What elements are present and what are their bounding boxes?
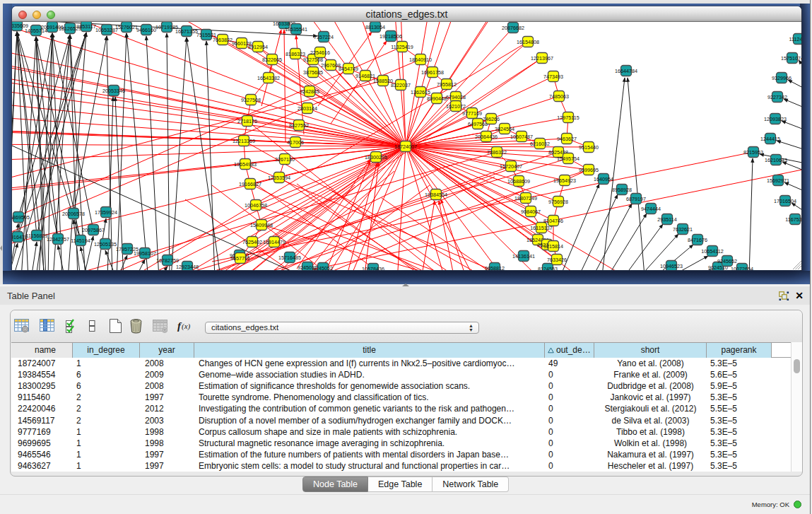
svg-text:20206578: 20206578 <box>62 211 85 217</box>
svg-text:16671355: 16671355 <box>175 28 198 35</box>
svg-text:8322037: 8322037 <box>391 82 411 88</box>
svg-text:7386322: 7386322 <box>487 149 507 156</box>
svg-text:9084067: 9084067 <box>521 209 541 215</box>
svg-text:14136141: 14136141 <box>512 253 535 259</box>
svg-text:8471676: 8471676 <box>688 237 707 243</box>
svg-text:7955812: 7955812 <box>437 81 457 88</box>
svg-text:6216032: 6216032 <box>530 141 550 147</box>
svg-text:20364436: 20364436 <box>475 134 498 140</box>
svg-text:1621072: 1621072 <box>446 103 466 110</box>
svg-text:9466160: 9466160 <box>136 27 156 33</box>
svg-text:18535541: 18535541 <box>285 26 307 33</box>
svg-text:12213369: 12213369 <box>233 138 255 144</box>
svg-text:9658812: 9658812 <box>485 265 505 271</box>
svg-text:15692971: 15692971 <box>767 177 789 184</box>
svg-text:9242845: 9242845 <box>300 88 319 95</box>
svg-text:2967608: 2967608 <box>321 62 341 69</box>
svg-text:1640954: 1640954 <box>594 176 613 182</box>
svg-text:1112403: 1112403 <box>789 36 801 42</box>
svg-text:9146821: 9146821 <box>355 73 375 79</box>
svg-text:746266: 746266 <box>483 116 500 122</box>
svg-text:12353594: 12353594 <box>268 175 290 181</box>
svg-text:16782759: 16782759 <box>156 257 179 264</box>
svg-text:(x): (x) <box>182 322 191 331</box>
svg-text:7625402: 7625402 <box>242 239 262 245</box>
svg-text:19958107: 19958107 <box>134 250 156 257</box>
svg-text:9474444: 9474444 <box>641 206 661 212</box>
svg-text:15409948: 15409948 <box>250 222 273 228</box>
svg-text:20876682: 20876682 <box>502 25 524 31</box>
svg-text:12923448: 12923448 <box>176 264 199 270</box>
svg-text:1362615: 1362615 <box>411 89 430 95</box>
svg-text:8104746: 8104746 <box>543 218 563 224</box>
svg-text:7357224: 7357224 <box>314 34 334 40</box>
svg-text:19166827: 19166827 <box>239 181 261 187</box>
svg-text:15751074: 15751074 <box>781 55 801 62</box>
svg-text:9853117: 9853117 <box>76 23 95 30</box>
svg-text:1588520: 1588520 <box>373 78 393 84</box>
svg-text:17359924: 17359924 <box>95 209 117 216</box>
svg-text:15495754: 15495754 <box>557 156 579 162</box>
svg-text:6794028: 6794028 <box>446 94 466 100</box>
svg-text:19654983: 19654983 <box>234 161 257 168</box>
svg-text:16914479: 16914479 <box>263 239 286 245</box>
svg-text:20053346: 20053346 <box>102 88 125 94</box>
svg-text:8186323: 8186323 <box>286 51 305 57</box>
svg-text:8427552: 8427552 <box>289 122 309 129</box>
svg-text:19384554: 19384554 <box>425 192 447 198</box>
svg-text:8912954: 8912954 <box>248 44 268 50</box>
svg-text:17016504: 17016504 <box>774 198 796 204</box>
svg-text:12975115: 12975115 <box>557 115 579 121</box>
svg-text:1145194: 1145194 <box>71 238 90 244</box>
svg-text:3875685: 3875685 <box>303 69 323 76</box>
svg-text:7473493: 7473493 <box>543 74 563 80</box>
svg-text:2254616: 2254616 <box>310 49 330 56</box>
svg-text:8813054: 8813054 <box>365 24 385 30</box>
svg-text:7633426: 7633426 <box>547 257 567 263</box>
svg-text:8454749: 8454749 <box>339 66 358 72</box>
svg-text:9245652: 9245652 <box>717 258 737 264</box>
svg-text:9215814: 9215814 <box>543 243 563 250</box>
svg-text:2718176: 2718176 <box>237 118 257 124</box>
svg-text:16961758: 16961758 <box>421 69 444 76</box>
svg-text:10607487: 10607487 <box>510 134 533 140</box>
svg-text:16154808: 16154808 <box>517 39 539 45</box>
svg-text:8124553: 8124553 <box>538 266 558 271</box>
svg-text:7485063: 7485063 <box>549 93 569 100</box>
svg-text:417006: 417006 <box>287 139 304 146</box>
svg-text:18640910: 18640910 <box>409 57 432 63</box>
svg-text:20975867: 20975867 <box>82 227 105 233</box>
svg-text:10946523: 10946523 <box>660 263 683 269</box>
svg-text:7632621: 7632621 <box>673 226 693 233</box>
svg-text:1167531: 1167531 <box>785 216 801 223</box>
svg-text:18807249: 18807249 <box>514 195 537 201</box>
svg-text:15716485: 15716485 <box>278 255 301 261</box>
svg-text:15720407: 15720407 <box>500 163 522 170</box>
svg-text:2935114: 2935114 <box>657 216 676 223</box>
svg-text:19218506: 19218506 <box>379 33 402 40</box>
svg-text:7663822: 7663822 <box>213 37 233 43</box>
svg-text:9777169: 9777169 <box>462 110 482 117</box>
svg-text:11156829: 11156829 <box>26 233 48 239</box>
svg-text:18300295: 18300295 <box>365 154 387 160</box>
svg-text:1244415: 1244415 <box>760 136 780 142</box>
svg-text:3824554: 3824554 <box>495 126 514 132</box>
svg-text:15276021: 15276021 <box>115 24 138 30</box>
svg-text:12093823: 12093823 <box>764 116 787 122</box>
svg-text:12213967: 12213967 <box>531 55 553 62</box>
svg-text:2803144: 2803144 <box>298 105 317 112</box>
svg-text:16210643: 16210643 <box>765 157 787 163</box>
svg-text:10578436: 10578436 <box>362 266 384 271</box>
svg-text:9227342: 9227342 <box>767 94 787 100</box>
svg-text:9657791: 9657791 <box>230 255 250 262</box>
svg-text:9329966: 9329966 <box>772 75 792 81</box>
svg-text:12342757: 12342757 <box>47 236 69 243</box>
svg-text:9699695: 9699695 <box>579 167 599 173</box>
svg-text:26869505: 26869505 <box>12 214 30 221</box>
svg-text:10688609: 10688609 <box>507 178 530 185</box>
svg-text:8215953: 8215953 <box>743 149 763 156</box>
svg-text:11325419: 11325419 <box>391 44 413 50</box>
svg-text:9463627: 9463627 <box>557 136 577 142</box>
svg-text:6879197: 6879197 <box>626 196 646 202</box>
svg-text:10046758: 10046758 <box>245 202 267 209</box>
